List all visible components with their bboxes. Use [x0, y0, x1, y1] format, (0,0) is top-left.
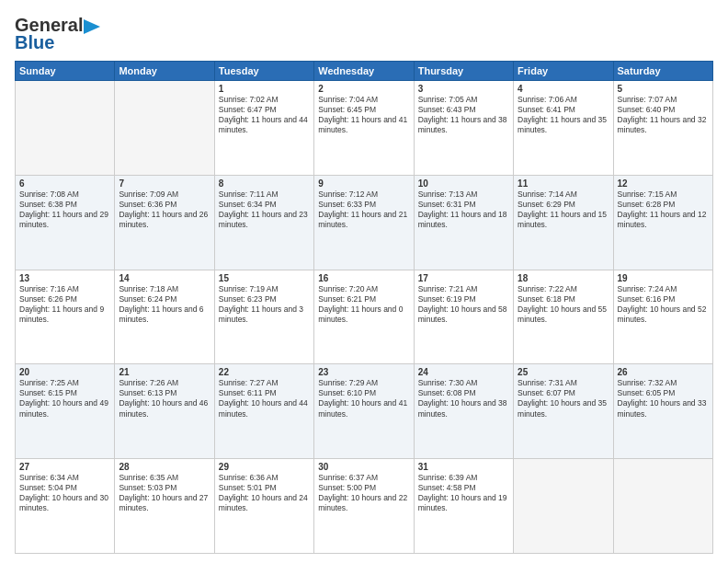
- calendar-day-header: Wednesday: [314, 62, 414, 81]
- day-number: 25: [518, 367, 609, 377]
- day-info: Sunrise: 7:11 AM Sunset: 6:34 PM Dayligh…: [219, 190, 310, 230]
- calendar-cell: 4Sunrise: 7:06 AM Sunset: 6:41 PM Daylig…: [514, 81, 613, 176]
- day-number: 23: [318, 367, 409, 377]
- day-number: 15: [219, 273, 310, 283]
- day-info: Sunrise: 7:24 AM Sunset: 6:16 PM Dayligh…: [618, 284, 709, 325]
- calendar-cell: 12Sunrise: 7:15 AM Sunset: 6:28 PM Dayli…: [613, 175, 712, 270]
- day-number: 7: [119, 178, 210, 189]
- day-info: Sunrise: 7:07 AM Sunset: 6:40 PM Dayligh…: [618, 95, 709, 135]
- day-info: Sunrise: 7:14 AM Sunset: 6:29 PM Dayligh…: [518, 190, 609, 230]
- calendar-day-header: Thursday: [414, 62, 513, 81]
- calendar-cell: 8Sunrise: 7:11 AM Sunset: 6:34 PM Daylig…: [214, 175, 313, 270]
- day-info: Sunrise: 7:25 AM Sunset: 6:15 PM Dayligh…: [19, 378, 110, 419]
- day-number: 19: [618, 273, 709, 283]
- day-number: 12: [618, 178, 709, 189]
- day-info: Sunrise: 7:31 AM Sunset: 6:07 PM Dayligh…: [518, 378, 609, 419]
- day-info: Sunrise: 7:21 AM Sunset: 6:19 PM Dayligh…: [418, 284, 509, 325]
- day-info: Sunrise: 7:26 AM Sunset: 6:13 PM Dayligh…: [119, 378, 210, 419]
- day-number: 22: [219, 367, 310, 377]
- calendar-cell: 3Sunrise: 7:05 AM Sunset: 6:43 PM Daylig…: [414, 81, 513, 176]
- day-number: 21: [119, 367, 210, 377]
- day-number: 24: [418, 367, 509, 377]
- calendar-cell: 21Sunrise: 7:26 AM Sunset: 6:13 PM Dayli…: [115, 364, 214, 459]
- calendar-cell: 23Sunrise: 7:29 AM Sunset: 6:10 PM Dayli…: [314, 364, 414, 459]
- calendar-cell: 5Sunrise: 7:07 AM Sunset: 6:40 PM Daylig…: [613, 81, 712, 176]
- day-info: Sunrise: 6:39 AM Sunset: 4:58 PM Dayligh…: [418, 473, 509, 513]
- calendar-cell: 9Sunrise: 7:12 AM Sunset: 6:33 PM Daylig…: [314, 175, 414, 270]
- day-number: 6: [19, 178, 110, 189]
- calendar-cell: 10Sunrise: 7:13 AM Sunset: 6:31 PM Dayli…: [414, 175, 513, 270]
- day-number: 16: [318, 273, 409, 283]
- calendar-cell: 15Sunrise: 7:19 AM Sunset: 6:23 PM Dayli…: [214, 270, 313, 364]
- calendar-week-row: 20Sunrise: 7:25 AM Sunset: 6:15 PM Dayli…: [16, 364, 713, 459]
- day-number: 1: [219, 84, 310, 94]
- calendar-cell: 24Sunrise: 7:30 AM Sunset: 6:08 PM Dayli…: [414, 364, 513, 459]
- day-info: Sunrise: 7:22 AM Sunset: 6:18 PM Dayligh…: [518, 284, 609, 325]
- logo: General Blue: [15, 15, 100, 53]
- calendar-cell: 22Sunrise: 7:27 AM Sunset: 6:11 PM Dayli…: [214, 364, 313, 459]
- calendar-cell: 17Sunrise: 7:21 AM Sunset: 6:19 PM Dayli…: [414, 270, 513, 364]
- day-info: Sunrise: 7:19 AM Sunset: 6:23 PM Dayligh…: [219, 284, 310, 325]
- day-number: 29: [219, 462, 310, 472]
- day-number: 31: [418, 462, 509, 472]
- calendar-week-row: 27Sunrise: 6:34 AM Sunset: 5:04 PM Dayli…: [16, 459, 713, 554]
- calendar-cell: 20Sunrise: 7:25 AM Sunset: 6:15 PM Dayli…: [16, 364, 115, 459]
- calendar-header-row: SundayMondayTuesdayWednesdayThursdayFrid…: [16, 62, 713, 81]
- calendar-cell: 7Sunrise: 7:09 AM Sunset: 6:36 PM Daylig…: [115, 175, 214, 270]
- calendar-cell: 28Sunrise: 6:35 AM Sunset: 5:03 PM Dayli…: [115, 459, 214, 554]
- calendar-cell: 2Sunrise: 7:04 AM Sunset: 6:45 PM Daylig…: [314, 81, 414, 176]
- calendar-cell: [115, 81, 214, 176]
- day-number: 8: [219, 178, 310, 189]
- calendar-cell: 11Sunrise: 7:14 AM Sunset: 6:29 PM Dayli…: [514, 175, 613, 270]
- day-info: Sunrise: 7:08 AM Sunset: 6:38 PM Dayligh…: [19, 190, 110, 230]
- calendar-day-header: Tuesday: [214, 62, 313, 81]
- calendar-cell: 27Sunrise: 6:34 AM Sunset: 5:04 PM Dayli…: [16, 459, 115, 554]
- calendar-day-header: Monday: [115, 62, 214, 81]
- day-info: Sunrise: 7:02 AM Sunset: 6:47 PM Dayligh…: [219, 95, 310, 135]
- calendar-cell: 31Sunrise: 6:39 AM Sunset: 4:58 PM Dayli…: [414, 459, 513, 554]
- calendar-cell: 25Sunrise: 7:31 AM Sunset: 6:07 PM Dayli…: [514, 364, 613, 459]
- day-info: Sunrise: 7:32 AM Sunset: 6:05 PM Dayligh…: [618, 378, 709, 419]
- day-number: 4: [518, 84, 609, 94]
- day-number: 14: [119, 273, 210, 283]
- day-info: Sunrise: 7:13 AM Sunset: 6:31 PM Dayligh…: [418, 190, 509, 230]
- calendar-week-row: 1Sunrise: 7:02 AM Sunset: 6:47 PM Daylig…: [16, 81, 713, 176]
- svg-marker-0: [84, 19, 100, 34]
- day-info: Sunrise: 7:18 AM Sunset: 6:24 PM Dayligh…: [119, 284, 210, 325]
- calendar-cell: [16, 81, 115, 176]
- calendar-week-row: 13Sunrise: 7:16 AM Sunset: 6:26 PM Dayli…: [16, 270, 713, 364]
- day-number: 2: [318, 84, 409, 94]
- day-info: Sunrise: 7:15 AM Sunset: 6:28 PM Dayligh…: [618, 190, 709, 230]
- calendar-table: SundayMondayTuesdayWednesdayThursdayFrid…: [15, 61, 713, 554]
- day-info: Sunrise: 7:09 AM Sunset: 6:36 PM Dayligh…: [119, 190, 210, 230]
- page-header: General Blue: [15, 15, 713, 53]
- day-number: 3: [418, 84, 509, 94]
- calendar-cell: [613, 459, 712, 554]
- logo-blue-text: Blue: [15, 32, 54, 52]
- day-number: 11: [518, 178, 609, 189]
- day-number: 27: [19, 462, 110, 472]
- day-info: Sunrise: 7:20 AM Sunset: 6:21 PM Dayligh…: [318, 284, 409, 325]
- day-number: 17: [418, 273, 509, 283]
- day-info: Sunrise: 7:29 AM Sunset: 6:10 PM Dayligh…: [318, 378, 409, 419]
- day-info: Sunrise: 7:06 AM Sunset: 6:41 PM Dayligh…: [518, 95, 609, 135]
- day-info: Sunrise: 6:37 AM Sunset: 5:00 PM Dayligh…: [318, 473, 409, 513]
- day-number: 28: [119, 462, 210, 472]
- calendar-day-header: Saturday: [613, 62, 712, 81]
- logo-arrow-icon: [84, 19, 100, 34]
- day-number: 20: [19, 367, 110, 377]
- day-info: Sunrise: 7:16 AM Sunset: 6:26 PM Dayligh…: [19, 284, 110, 325]
- day-info: Sunrise: 7:05 AM Sunset: 6:43 PM Dayligh…: [418, 95, 509, 135]
- calendar-day-header: Sunday: [16, 62, 115, 81]
- day-number: 30: [318, 462, 409, 472]
- calendar-cell: 29Sunrise: 6:36 AM Sunset: 5:01 PM Dayli…: [214, 459, 313, 554]
- day-info: Sunrise: 7:04 AM Sunset: 6:45 PM Dayligh…: [318, 95, 409, 135]
- calendar-cell: 19Sunrise: 7:24 AM Sunset: 6:16 PM Dayli…: [613, 270, 712, 364]
- calendar-cell: 14Sunrise: 7:18 AM Sunset: 6:24 PM Dayli…: [115, 270, 214, 364]
- calendar-cell: 13Sunrise: 7:16 AM Sunset: 6:26 PM Dayli…: [16, 270, 115, 364]
- day-number: 18: [518, 273, 609, 283]
- calendar-cell: 18Sunrise: 7:22 AM Sunset: 6:18 PM Dayli…: [514, 270, 613, 364]
- day-info: Sunrise: 6:34 AM Sunset: 5:04 PM Dayligh…: [19, 473, 110, 513]
- calendar-cell: 1Sunrise: 7:02 AM Sunset: 6:47 PM Daylig…: [214, 81, 313, 176]
- day-info: Sunrise: 6:36 AM Sunset: 5:01 PM Dayligh…: [219, 473, 310, 513]
